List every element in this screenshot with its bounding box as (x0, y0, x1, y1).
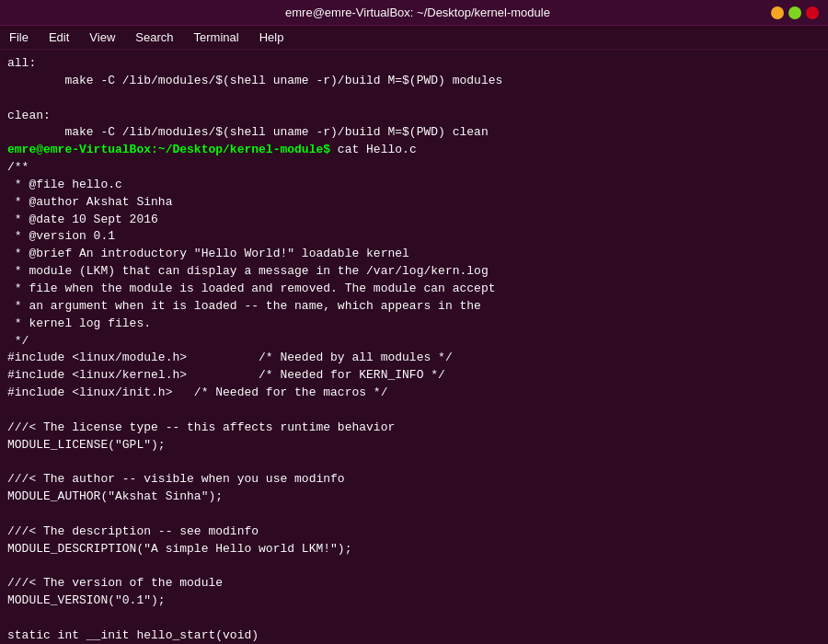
line-4: clean: (7, 108, 821, 125)
line-22: MODULE_LICENSE("GPL"); (7, 437, 821, 454)
menu-help[interactable]: Help (256, 29, 288, 46)
line-12: * module (LKM) that can display a messag… (7, 263, 821, 281)
line-26 (7, 506, 821, 523)
line-11: * @brief An introductory "Hello World!" … (7, 246, 821, 263)
title-bar: emre@emre-VirtualBox: ~/Desktop/kernel-m… (0, 0, 828, 26)
line-10: * @version 0.1 (7, 228, 821, 246)
line-18: #include <linux/kernel.h> /* Needed for … (7, 367, 821, 385)
line-14: * an argument when it is loaded -- the n… (7, 298, 821, 316)
terminal-body[interactable]: all: make -C /lib/modules/$(shell uname … (0, 50, 828, 644)
menu-edit[interactable]: Edit (45, 29, 73, 46)
prompt-text: emre@emre-VirtualBox:~/Desktop/kernel-mo… (7, 143, 330, 156)
line-16: */ (7, 333, 821, 351)
line-6: /** (7, 159, 821, 177)
line-5: make -C /lib/modules/$(shell uname -r)/b… (7, 124, 821, 142)
line-3 (7, 90, 821, 108)
close-button[interactable] (806, 6, 819, 19)
line-25: MODULE_AUTHOR("Akshat Sinha"); (7, 489, 821, 506)
line-20 (7, 402, 821, 420)
line-28: MODULE_DESCRIPTION("A simple Hello world… (7, 541, 821, 558)
line-31: MODULE_VERSION("0.1"); (7, 592, 821, 610)
minimize-button[interactable] (771, 6, 784, 19)
line-2: make -C /lib/modules/$(shell uname -r)/b… (7, 73, 821, 90)
menu-view[interactable]: View (86, 29, 119, 46)
line-23 (7, 454, 821, 471)
menu-file[interactable]: File (6, 29, 32, 46)
menu-terminal[interactable]: Terminal (190, 29, 243, 46)
window-title: emre@emre-VirtualBox: ~/Desktop/kernel-m… (64, 6, 771, 19)
line-1: all: (7, 55, 821, 73)
line-17: #include <linux/module.h> /* Needed by a… (7, 350, 821, 367)
line-21: ///< The license type -- this affects ru… (7, 420, 821, 437)
maximize-button[interactable] (788, 6, 801, 19)
menu-bar: File Edit View Search Terminal Help (0, 26, 828, 50)
window-controls[interactable] (771, 6, 819, 19)
line-19: #include <linux/init.h> /* Needed for th… (7, 385, 821, 402)
line-7: * @file hello.c (7, 177, 821, 194)
line-24: ///< The author -- visible when you use … (7, 471, 821, 489)
line-33: static int __init hello_start(void) (7, 627, 821, 644)
line-9: * @date 10 Sept 2016 (7, 212, 821, 229)
line-13: * file when the module is loaded and rem… (7, 281, 821, 298)
line-30: ///< The version of the module (7, 575, 821, 592)
line-29 (7, 558, 821, 575)
line-32 (7, 610, 821, 627)
line-27: ///< The description -- see modinfo (7, 523, 821, 541)
line-15: * kernel log files. (7, 316, 821, 333)
line-8: * @author Akshat Sinha (7, 194, 821, 212)
menu-search[interactable]: Search (132, 29, 177, 46)
line-prompt1: emre@emre-VirtualBox:~/Desktop/kernel-mo… (7, 142, 821, 159)
